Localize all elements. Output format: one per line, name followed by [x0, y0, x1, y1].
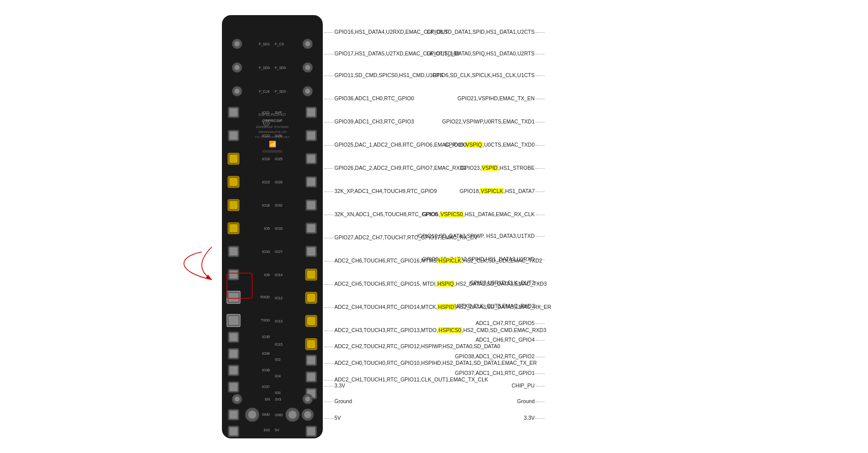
right-label-io15: ADC2_CH3,TOUCH3,RTC_GPIO13,MTDO,HSPICS0,…: [324, 327, 546, 333]
svg-rect-41: [229, 366, 238, 374]
svg-rect-29: [229, 247, 238, 255]
svg-rect-43: [229, 383, 238, 391]
right-label-5v: 5V: [324, 415, 341, 421]
svg-text:IO25: IO25: [275, 157, 282, 161]
svg-rect-71: [307, 271, 315, 279]
svg-text:IO15: IO15: [275, 343, 282, 346]
svg-rect-63: [307, 178, 315, 186]
svg-point-85: [305, 397, 310, 402]
svg-text:ESPRESSIF SYSTEMS: ESPRESSIF SYSTEMS: [256, 125, 288, 128]
svg-point-45: [235, 397, 240, 402]
left-label-io18: GPIO18,VSPICLK,HS1_DATA7: [459, 188, 545, 194]
svg-rect-57: [307, 108, 315, 116]
svg-rect-39: [229, 350, 238, 358]
svg-point-133: [288, 411, 297, 419]
highlight-hspiclk: HSPICLK: [438, 257, 462, 264]
board-diagram: ESP32-PICO-KIT CSPRCSIF ESPRESSIF SYSTEM…: [222, 15, 323, 438]
svg-text:IO10: IO10: [262, 250, 270, 253]
svg-text:SVN: SVN: [275, 134, 282, 138]
svg-text:3V3: 3V3: [275, 398, 281, 401]
svg-text:C€: C€: [264, 122, 268, 125]
left-label-io5: GPIO5,VSPICS0,HS1_DATA6,EMAC_RX_CLK: [422, 211, 545, 217]
right-label-io26: GPIO26,DAC_2,ADC2_CH9,RTC_GPIO7,EMAC_RXD…: [324, 165, 467, 171]
svg-text:IO18: IO18: [262, 204, 270, 207]
highlight-vspiq: VSPIQ: [466, 142, 483, 148]
svg-text:IO21: IO21: [262, 111, 270, 114]
right-label-io14: ADC2_CH6,TOUCH6,RTC_GPIO16,MTMS,HSPICLK,…: [324, 257, 542, 264]
svg-point-131: [248, 411, 256, 419]
left-label-io21: GPIO21,VSPIHD,EMAC_TX_EN: [457, 95, 545, 101]
svg-rect-31: [229, 271, 238, 279]
svg-text:3V3: 3V3: [264, 428, 270, 432]
right-label-io0: ADC2_CH1,TOUCH1,RTC_GPIO11,CLK_OUT1,EMAC…: [324, 376, 488, 382]
right-label-3v3: 3.3V: [324, 382, 345, 389]
svg-text:TXD0: TXD0: [261, 318, 270, 322]
svg-rect-67: [307, 224, 315, 232]
svg-text:IO27: IO27: [275, 250, 282, 253]
right-label-io33: 32K_XN,ADC1_CH5,TOUCH8,RTC_GPIO8: [324, 211, 438, 217]
right-label-io12: ADC2_CH5,TOUCH5,RTC_GPIO15, MTDI,HSPIQ,H…: [324, 281, 547, 287]
right-label-io25: GPIO25,DAC_1,ADC2_CH8,RTC_GPIO6,EMAC_RXD…: [324, 142, 467, 148]
highlight-hspid: HSPID: [437, 304, 454, 310]
left-label-fclk: GPIO6,SD_CLK,SPICLK,HS1_CLK,U1CTS: [432, 72, 545, 78]
svg-text:IO19: IO19: [262, 157, 270, 161]
svg-text:5V: 5V: [275, 428, 279, 432]
left-label-en: CHIP_PU: [511, 382, 545, 389]
svg-text:GND: GND: [262, 413, 270, 416]
svg-point-51: [305, 41, 310, 46]
left-label-io37: GPIO37,ADC1_CH1,RTC_GPIO1: [455, 370, 545, 376]
svg-text:IO13: IO13: [275, 319, 282, 323]
svg-text:GND: GND: [275, 413, 283, 417]
highlight-vspid: VSPID: [481, 165, 498, 171]
annotation-arrow: [0, 0, 868, 453]
svg-text:IO32: IO32: [275, 204, 282, 207]
svg-rect-79: [307, 356, 315, 364]
svg-text:F_CLK: F_CLK: [259, 90, 270, 94]
right-label-fsd0: GPIO17,HS1_DATA5,U2TXD,EMAC_CLK_OUT_180: [324, 50, 459, 56]
left-label-io35: ADC1_CH7,RTC_GPIO5: [476, 320, 545, 326]
svg-rect-77: [307, 340, 315, 348]
highlight-hspiq: HSPIQ: [437, 281, 454, 287]
svg-text:IO23: IO23: [262, 180, 270, 184]
svg-rect-75: [307, 317, 315, 325]
svg-rect-65: [307, 201, 315, 209]
svg-point-13: [235, 65, 240, 70]
right-label-fcs: GPIO16,HS1_DATA4,U2RXD,EMAC_CLK_OUT: [324, 29, 448, 35]
svg-text:IO26: IO26: [275, 180, 282, 184]
right-label-gnd: Ground: [324, 398, 352, 404]
svg-text:RXD0: RXD0: [260, 295, 270, 299]
svg-rect-47: [229, 411, 238, 419]
right-label-io2: ADC2_CH2,TOUCH2,RTC_GPIO12,HSPIWP,HS2_DA…: [324, 343, 500, 349]
svg-text:IO5: IO5: [264, 227, 270, 230]
left-label-gnd: Ground: [517, 398, 545, 404]
svg-rect-49: [229, 427, 238, 435]
svg-text:F_SD2: F_SD2: [275, 90, 286, 94]
svg-text:IO2: IO2: [275, 358, 280, 361]
svg-rect-81: [307, 373, 315, 381]
svg-rect-37: [229, 333, 238, 341]
left-label-io34: ADC1_CH6,RTC_GPIO4: [476, 337, 545, 343]
svg-text:IO33: IO33: [275, 227, 282, 230]
right-label-io27: GPIO27,ADC2_CH7,TOUCH7,RTC_GPIO17,EMAC_R…: [324, 234, 478, 240]
svg-text:F_SD0: F_SD0: [275, 66, 286, 70]
highlight-vspiclk: VSPICLK: [480, 188, 503, 194]
svg-text:IO4: IO4: [275, 374, 280, 378]
svg-rect-89: [307, 427, 315, 435]
svg-text:(SHANGHAI) PTE LTD: (SHANGHAI) PTE LTD: [258, 131, 286, 134]
left-label-io22: GPIO22,VSPIWP,U0RTS,EMAC_TXD1: [442, 118, 545, 124]
svg-rect-59: [307, 132, 315, 140]
svg-rect-134: [262, 150, 282, 153]
svg-text:📶: 📶: [269, 140, 276, 148]
right-label-io13: ADC2_CH4,TOUCH4,RTC_GPIO14,MTCK,HSPID,HS…: [324, 304, 551, 310]
svg-text:IO35: IO35: [262, 335, 270, 339]
svg-rect-25: [229, 201, 238, 209]
svg-rect-33: [228, 293, 239, 302]
left-label-io38: GPIO38,ADC1_CH2,RTC_GPIO2: [455, 353, 545, 359]
svg-text:F_SD1: F_SD1: [259, 42, 270, 46]
svg-rect-19: [229, 132, 238, 140]
svg-point-11: [235, 41, 240, 46]
svg-text:F_CS: F_CS: [275, 42, 284, 46]
svg-text:IO37: IO37: [262, 385, 270, 389]
right-label-io4: ADC2_CH0,TOUCH0,RTC_GPIO10,HSPIHD,HS2_DA…: [324, 360, 537, 366]
svg-rect-21: [229, 155, 238, 163]
